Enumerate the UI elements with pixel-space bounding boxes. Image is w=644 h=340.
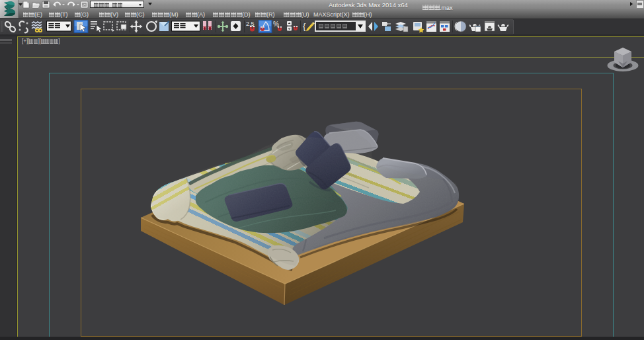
svg-text:{: { bbox=[303, 21, 306, 31]
